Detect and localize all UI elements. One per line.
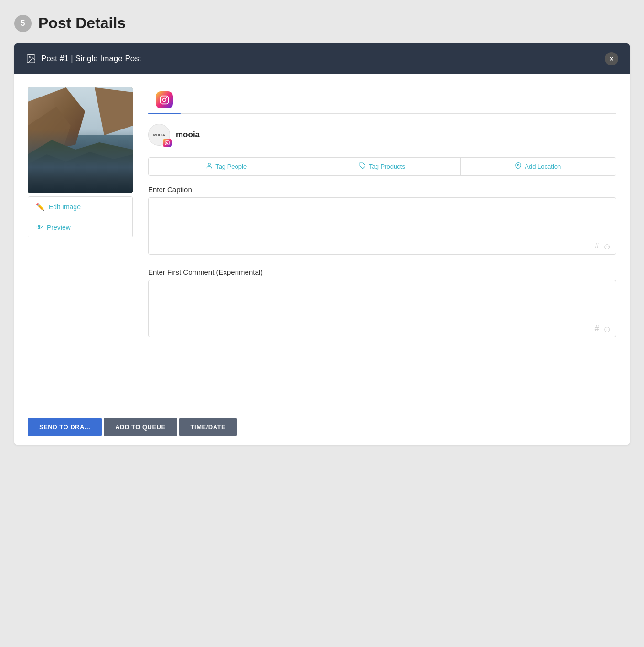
tab-instagram[interactable]	[148, 87, 181, 113]
svg-rect-18	[161, 96, 169, 104]
card-footer: SEND TO DRA... ADD TO QUEUE TIME/DATE	[14, 409, 630, 445]
platform-tabs	[148, 87, 616, 114]
location-icon	[515, 162, 522, 171]
post-image-visual	[28, 87, 133, 193]
svg-point-22	[166, 142, 168, 143]
person-icon	[206, 162, 213, 171]
svg-point-20	[166, 97, 167, 98]
comment-textarea[interactable]	[148, 280, 616, 337]
account-avatar: MOOIA	[148, 124, 170, 146]
step-badge: 5	[14, 15, 32, 32]
svg-point-13	[75, 164, 80, 171]
account-name: mooia_	[176, 130, 204, 140]
card-header-left: Post #1 | Single Image Post	[26, 54, 141, 64]
add-to-queue-button[interactable]: ADD TO QUEUE	[104, 418, 177, 436]
caption-section: Enter Caption # ☺	[148, 185, 616, 257]
account-row: MOOIA mooia_	[148, 122, 616, 148]
hashtag-icon[interactable]: #	[595, 242, 599, 252]
comment-section: Enter First Comment (Experimental) # ☺	[148, 268, 616, 339]
send-to-drafts-button[interactable]: SEND TO DRA...	[28, 418, 102, 436]
pencil-icon: ✏️	[36, 203, 45, 211]
comment-textarea-icons: # ☺	[595, 324, 612, 334]
edit-image-button[interactable]: ✏️ Edit Image	[28, 197, 132, 217]
main-card: Post #1 | Single Image Post ×	[14, 43, 630, 445]
preview-button[interactable]: 👁 Preview	[28, 217, 132, 237]
instagram-icon	[156, 91, 173, 108]
svg-marker-8	[28, 152, 133, 193]
caption-textarea[interactable]	[148, 197, 616, 255]
tag-people-button[interactable]: Tag People	[149, 158, 304, 175]
left-panel: ✏️ Edit Image 👁 Preview	[28, 87, 133, 395]
page-title: Post Details	[38, 14, 126, 32]
svg-line-16	[79, 174, 82, 180]
svg-point-19	[163, 98, 166, 102]
page-header: 5 Post Details	[14, 14, 630, 32]
svg-line-15	[74, 174, 76, 180]
card-body: ✏️ Edit Image 👁 Preview	[14, 74, 630, 409]
svg-point-17	[81, 167, 89, 184]
time-date-button[interactable]: TIME/DATE	[179, 418, 237, 436]
svg-rect-14	[76, 171, 79, 181]
image-actions: ✏️ Edit Image 👁 Preview	[28, 196, 133, 237]
post-label: Post #1 | Single Image Post	[41, 54, 141, 64]
tag-products-button[interactable]: Tag Products	[304, 158, 460, 175]
tag-icon	[359, 162, 366, 171]
comment-emoji-icon[interactable]: ☺	[603, 324, 612, 334]
post-image-svg	[28, 87, 133, 193]
svg-rect-21	[165, 141, 169, 145]
svg-point-25	[518, 164, 520, 166]
tag-buttons: Tag People Tag Products	[148, 157, 616, 176]
add-location-button[interactable]: Add Location	[461, 158, 616, 175]
avatar-ig-badge	[163, 139, 172, 147]
card-header: Post #1 | Single Image Post ×	[14, 43, 630, 74]
comment-label: Enter First Comment (Experimental)	[148, 268, 616, 276]
svg-rect-10	[67, 172, 70, 181]
emoji-icon[interactable]: ☺	[603, 242, 612, 252]
eye-icon: 👁	[36, 223, 43, 231]
close-button[interactable]: ×	[605, 52, 618, 65]
image-icon	[26, 54, 36, 64]
svg-rect-3	[28, 135, 133, 193]
svg-marker-7	[28, 140, 133, 193]
svg-point-9	[66, 165, 71, 172]
svg-line-12	[70, 175, 73, 181]
caption-label: Enter Caption	[148, 185, 616, 194]
svg-point-1	[29, 56, 30, 58]
post-image	[28, 87, 133, 193]
right-panel: MOOIA mooia_	[148, 87, 616, 395]
svg-line-11	[64, 175, 67, 181]
caption-textarea-icons: # ☺	[595, 242, 612, 252]
comment-hashtag-icon[interactable]: #	[595, 324, 599, 334]
avatar-text: MOOIA	[153, 133, 165, 137]
svg-point-23	[208, 163, 211, 166]
